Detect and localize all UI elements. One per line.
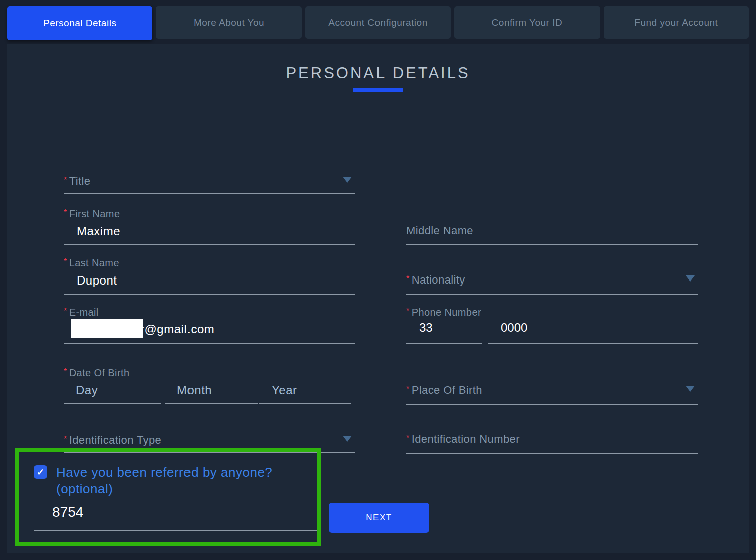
field-underline	[34, 530, 317, 531]
checkmark-icon: ✓	[37, 467, 44, 478]
phone-country-code-input[interactable]: 33	[406, 319, 482, 344]
chevron-down-icon[interactable]	[686, 275, 695, 282]
title-underline-accent	[353, 88, 403, 92]
required-marker: *	[64, 208, 67, 217]
field-underline	[488, 343, 698, 344]
field-underline	[406, 404, 698, 405]
field-underline	[406, 294, 698, 295]
phone-number-field: *Phone Number 33 0000	[406, 307, 698, 344]
identification-type-placeholder: Identification Type	[69, 434, 162, 446]
chevron-down-icon[interactable]	[343, 177, 352, 183]
dob-year-input[interactable]: Year	[259, 382, 351, 404]
field-underline	[406, 343, 482, 344]
referral-question: Have you been referred by anyone? (optio…	[56, 464, 297, 497]
phone-label: Phone Number	[412, 307, 481, 318]
title-select[interactable]: *Title	[64, 166, 355, 194]
next-button[interactable]: NEXT	[329, 503, 429, 533]
dob-month-input[interactable]: Month	[165, 382, 258, 404]
nationality-select[interactable]: *Nationality	[406, 265, 698, 295]
field-underline	[64, 294, 355, 295]
title-select-placeholder: Title	[69, 175, 91, 187]
tab-confirm-your-id[interactable]: Confirm Your ID	[454, 6, 600, 39]
first-name-label: First Name	[69, 208, 120, 219]
referral-checkbox[interactable]: ✓	[34, 465, 47, 479]
field-underline	[406, 244, 698, 245]
required-marker: *	[64, 257, 67, 266]
middle-name-label: Middle Name	[406, 224, 473, 237]
field-underline	[64, 343, 355, 344]
required-marker: *	[406, 434, 410, 442]
referral-annotation-box: ✓ Have you been referred by anyone? (opt…	[15, 448, 321, 546]
field-underline	[259, 403, 351, 404]
required-marker: *	[406, 307, 410, 315]
identification-number-label: Identification Number	[412, 433, 520, 445]
tab-personal-details[interactable]: Personal Details	[7, 6, 152, 40]
place-of-birth-select[interactable]: *Place Of Birth	[406, 376, 698, 405]
required-marker: *	[406, 385, 410, 393]
wizard-step-tabs: Personal Details More About You Account …	[7, 6, 749, 40]
redaction-box	[71, 319, 143, 338]
tab-fund-your-account[interactable]: Fund your Account	[604, 6, 749, 39]
nationality-placeholder: Nationality	[412, 273, 465, 286]
field-underline	[64, 193, 355, 194]
field-underline	[64, 244, 355, 245]
page-title: PERSONAL DETAILS	[7, 64, 749, 82]
last-name-value[interactable]: Dupont	[77, 273, 117, 288]
required-marker: *	[64, 307, 67, 315]
last-name-field[interactable]: *Last Name Dupont	[64, 257, 355, 295]
first-name-value[interactable]: Maxime	[77, 224, 120, 238]
required-marker: *	[406, 274, 410, 283]
place-of-birth-placeholder: Place Of Birth	[412, 384, 482, 396]
chevron-down-icon[interactable]	[686, 386, 695, 392]
first-name-field[interactable]: *First Name Maxime	[64, 208, 355, 245]
tab-account-configuration[interactable]: Account Configuration	[305, 6, 451, 39]
middle-name-field[interactable]: Middle Name	[406, 216, 698, 245]
field-underline	[165, 403, 258, 404]
tab-more-about-you[interactable]: More About You	[156, 6, 301, 39]
date-of-birth-field: *Date Of Birth Day Month Year	[64, 367, 355, 404]
chevron-down-icon[interactable]	[343, 436, 352, 442]
field-underline	[406, 453, 698, 454]
phone-number-input[interactable]: 0000	[488, 319, 698, 344]
email-field[interactable]: *E-mail r@gmail.com	[64, 307, 355, 344]
field-underline	[64, 403, 161, 404]
required-marker: *	[64, 176, 67, 184]
dob-label: Date Of Birth	[69, 367, 130, 378]
email-label: E-mail	[69, 307, 99, 318]
referral-code-input[interactable]: 8754	[52, 504, 83, 520]
required-marker: *	[64, 435, 67, 443]
email-value[interactable]: r@gmail.com	[71, 319, 214, 338]
required-marker: *	[64, 367, 67, 376]
dob-day-input[interactable]: Day	[64, 382, 161, 404]
last-name-label: Last Name	[69, 257, 119, 268]
identification-number-field[interactable]: *Identification Number	[406, 425, 698, 454]
